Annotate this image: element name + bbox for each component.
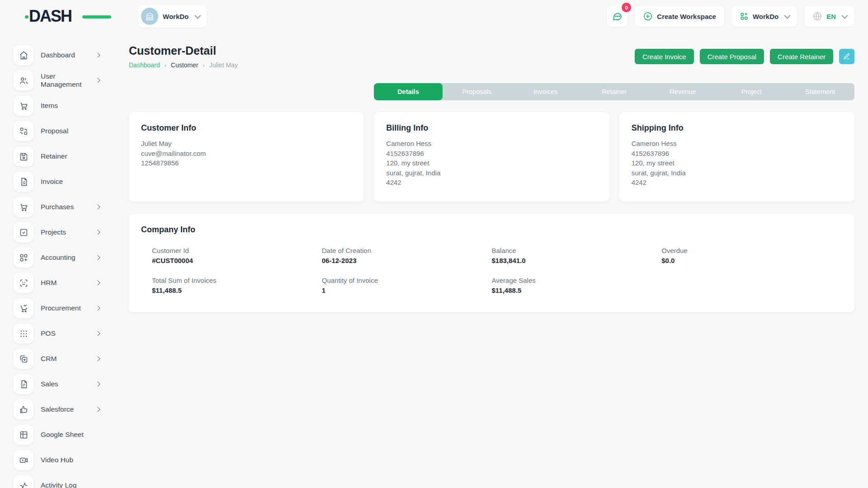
sidebar-item-crm[interactable]: CRM xyxy=(0,346,116,371)
sidebar-item-label: Proposal xyxy=(41,127,68,135)
create-retainer-button[interactable]: Create Retainer xyxy=(770,49,833,64)
main-content: Customer-Detail Dashboard › Customer › J… xyxy=(116,33,868,488)
shipping-city: surat, gujrat, India xyxy=(632,168,842,178)
chevron-right-icon xyxy=(95,407,100,412)
sidebar-item-items[interactable]: Items xyxy=(0,93,116,118)
floppy-icon xyxy=(14,146,33,166)
breadcrumb-customer-link[interactable]: Customer xyxy=(171,61,198,69)
tab-details[interactable]: Details xyxy=(374,83,443,100)
breadcrumb: Dashboard › Customer › Juliet May xyxy=(129,61,238,69)
chevron-down-icon xyxy=(841,13,848,19)
stat-label: Average Sales xyxy=(492,277,662,284)
card-title: Company Info xyxy=(141,225,842,235)
chevron-right-icon xyxy=(95,230,100,235)
messages-button[interactable]: 0 xyxy=(607,6,627,27)
stat-total-sum-of-invoices: Total Sum of Invoices $11,488.5 xyxy=(152,277,322,294)
shipping-info-card: Shipping Info Cameron Hess 4152637896 12… xyxy=(619,112,854,202)
detail-tabs: Details Proposals Invoices Retainer Reve… xyxy=(374,83,854,100)
stat-label: Balance xyxy=(492,247,662,254)
dots-grid-icon xyxy=(14,324,33,343)
sidebar-item-video-hub[interactable]: Video Hub xyxy=(0,447,116,473)
breadcrumb-dashboard-link[interactable]: Dashboard xyxy=(129,61,160,69)
plus-circle-icon xyxy=(643,11,653,21)
billing-street: 120, my street xyxy=(386,158,597,168)
sidebar-item-label: Dashboard xyxy=(41,51,75,59)
workspace-selector[interactable]: WorkDo xyxy=(138,5,207,28)
stat-quantity-of-invoice: Quantity of Invoice 1 xyxy=(322,277,492,294)
page-title: Customer-Detail xyxy=(129,44,238,57)
customer-phone: 1254879856 xyxy=(141,158,352,168)
customer-email: cuve@mailinator.com xyxy=(141,149,352,159)
tab-statement[interactable]: Statement xyxy=(786,83,854,100)
company-stats-grid: Customer Id #CUST00004 Date of Creation … xyxy=(141,240,842,294)
create-workspace-label: Create Workspace xyxy=(657,13,716,20)
sidebar-item-accounting[interactable]: Accounting xyxy=(0,245,116,270)
stat-balance: Balance $183,841.0 xyxy=(492,247,662,264)
breadcrumb-separator-icon: › xyxy=(165,62,166,69)
check-square-icon xyxy=(14,222,33,242)
billing-city: surat, gujrat, India xyxy=(386,168,597,178)
logo-accent-dot xyxy=(25,15,28,19)
create-proposal-button[interactable]: Create Proposal xyxy=(700,49,764,64)
sidebar-item-invoice[interactable]: Invoice xyxy=(0,169,116,194)
sidebar-item-dashboard[interactable]: Dashboard xyxy=(0,42,116,68)
home-icon xyxy=(14,45,33,65)
tab-proposals[interactable]: Proposals xyxy=(443,83,511,100)
sidebar-item-pos[interactable]: POS xyxy=(0,321,116,346)
edit-customer-button[interactable] xyxy=(839,49,854,64)
sidebar-item-label: Purchases xyxy=(41,203,74,211)
stat-label: Customer Id xyxy=(152,247,322,254)
brand-logo[interactable]: DASH xyxy=(29,7,97,25)
chevron-right-icon xyxy=(95,356,100,361)
building-icon xyxy=(145,11,155,21)
sidebar-item-label: Salesforce xyxy=(41,405,74,413)
sidebar-item-sales[interactable]: Sales xyxy=(0,371,116,397)
stat-value: $183,841.0 xyxy=(492,257,662,264)
stat-value: 1 xyxy=(322,286,492,294)
card-title: Customer Info xyxy=(141,123,352,133)
company-info-card: Company Info Customer Id #CUST00004 Date… xyxy=(129,214,854,312)
stat-label: Date of Creation xyxy=(322,247,492,254)
messages-badge: 0 xyxy=(622,3,631,12)
workspace-name: WorkDo xyxy=(163,13,189,20)
sidebar-item-salesforce[interactable]: Salesforce xyxy=(0,397,116,422)
sidebar-item-label: CRM xyxy=(41,355,57,363)
copy-icon xyxy=(14,349,33,369)
tab-retainer[interactable]: Retainer xyxy=(580,83,649,100)
sidebar-item-projects[interactable]: Projects xyxy=(0,220,116,245)
tab-project[interactable]: Project xyxy=(717,83,786,100)
sidebar-item-user-management[interactable]: User Management xyxy=(0,68,116,93)
sidebar-item-google-sheet[interactable]: Google Sheet xyxy=(0,422,116,447)
language-selector[interactable]: EN xyxy=(804,6,854,27)
sidebar-nav: Dashboard User Management Items Proposal xyxy=(0,33,116,488)
cart-chart-icon xyxy=(14,298,33,318)
create-invoice-button[interactable]: Create Invoice xyxy=(635,49,694,64)
tab-revenue[interactable]: Revenue xyxy=(648,83,717,100)
sidebar-item-label: Accounting xyxy=(41,253,75,262)
sidebar-item-label: Retainer xyxy=(41,152,67,160)
sidebar-item-hrm[interactable]: HRM xyxy=(0,270,116,296)
grid-plus-icon xyxy=(740,12,749,21)
stat-value: $11,488.5 xyxy=(152,286,322,294)
sidebar-item-procurement[interactable]: Procurement xyxy=(0,296,116,321)
shipping-phone: 4152637896 xyxy=(632,149,842,159)
shipping-street: 120, my street xyxy=(632,158,842,168)
sidebar-item-activity-log[interactable]: Activity Log xyxy=(0,473,116,488)
stat-customer-id: Customer Id #CUST00004 xyxy=(152,247,322,264)
billing-name: Cameron Hess xyxy=(386,139,597,149)
card-title: Billing Info xyxy=(386,123,597,133)
sidebar-item-purchases[interactable]: Purchases xyxy=(0,194,116,220)
sidebar-item-proposal[interactable]: Proposal xyxy=(0,118,116,144)
chevron-right-icon xyxy=(95,255,100,260)
sidebar-item-label: Google Sheet xyxy=(41,431,84,439)
billing-info-card: Billing Info Cameron Hess 4152637896 120… xyxy=(374,112,609,202)
tab-invoices[interactable]: Invoices xyxy=(511,83,580,100)
sidebar-item-label: Video Hub xyxy=(41,456,73,464)
logo-accent-bar xyxy=(82,15,111,19)
cart-icon xyxy=(14,197,33,217)
workspace-avatar xyxy=(141,8,158,25)
apps-dropdown[interactable]: WorkDo xyxy=(731,6,797,27)
language-code: EN xyxy=(826,13,836,20)
create-workspace-button[interactable]: Create Workspace xyxy=(635,6,724,27)
sidebar-item-retainer[interactable]: Retainer xyxy=(0,144,116,169)
